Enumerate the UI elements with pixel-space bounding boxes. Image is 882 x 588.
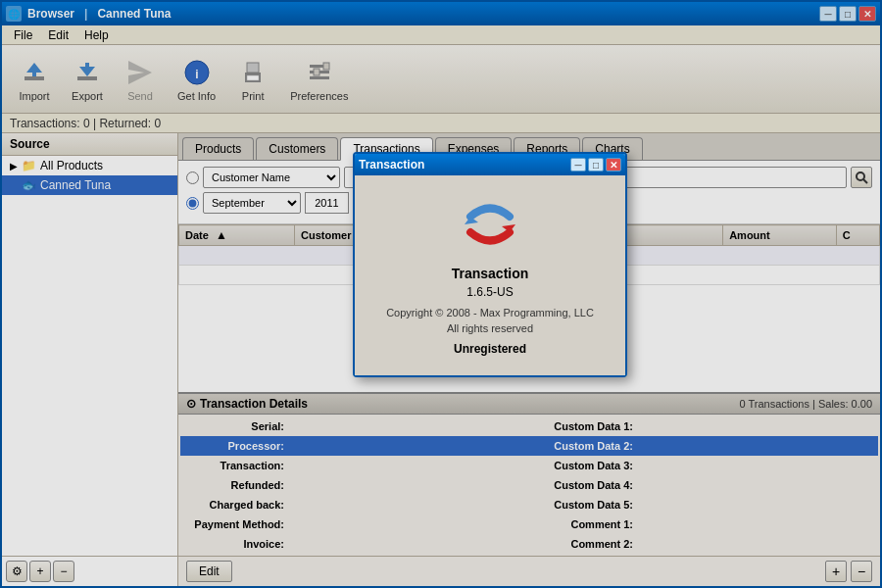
- modal-body: Transaction 1.6.5-US Copyright © 2008 - …: [355, 175, 625, 375]
- transaction-modal: Transaction ─ □ ✕ Transaction 1.6.5: [353, 152, 627, 377]
- modal-app-icon: [461, 195, 519, 254]
- modal-maximize-button[interactable]: □: [588, 158, 604, 172]
- modal-close-button[interactable]: ✕: [606, 158, 621, 172]
- modal-title-text: Transaction: [359, 158, 424, 172]
- modal-copyright: Copyright © 2008 - Max Programming, LLC: [374, 307, 606, 318]
- modal-title-bar: Transaction ─ □ ✕: [355, 154, 625, 175]
- modal-title-controls: ─ □ ✕: [570, 158, 621, 172]
- modal-version: 1.6.5-US: [374, 285, 606, 299]
- modal-app-name: Transaction: [374, 266, 606, 281]
- svg-marker-17: [502, 224, 515, 232]
- modal-minimize-button[interactable]: ─: [570, 158, 586, 172]
- svg-marker-18: [465, 217, 478, 224]
- modal-overlay: Transaction ─ □ ✕ Transaction 1.6.5: [0, 0, 882, 588]
- modal-rights: All rights reserved: [374, 322, 606, 334]
- modal-status: Unregistered: [374, 342, 606, 356]
